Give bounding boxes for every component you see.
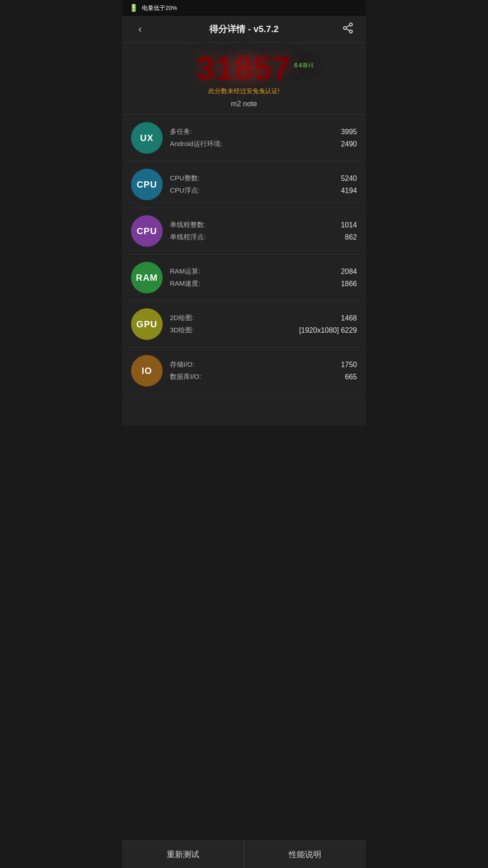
badge-ux-0: UX	[131, 122, 163, 154]
badge-cpu-2: CPU	[131, 215, 163, 247]
svg-line-3	[346, 29, 349, 31]
bench-label-5-0: 存储I/O:	[170, 360, 194, 369]
bench-details-3: RAM运算:2084RAM速度:1866	[170, 265, 357, 290]
bit-label: 64Bit	[294, 62, 314, 68]
total-score: 31857 64Bit	[197, 52, 291, 85]
page-title: 得分详情 - v5.7.2	[149, 23, 339, 35]
bench-label-2-1: 单线程浮点:	[170, 233, 206, 241]
bench-label-4-1: 3D绘图:	[170, 326, 194, 335]
bench-value-0-1: 2490	[341, 140, 357, 148]
bench-item-2-0: 单线程整数:1014	[170, 219, 357, 231]
badge-io-5: IO	[131, 355, 163, 387]
bench-item-0-0: 多任务:3995	[170, 126, 357, 138]
battery-icon: 🔋	[129, 4, 138, 12]
bench-row-5: IO存储I/O:1750数据库I/O:665	[122, 348, 366, 394]
bench-row-1: CPUCPU整数:5240CPU浮点:4194	[122, 161, 366, 208]
bench-value-3-1: 1866	[341, 280, 357, 288]
bench-value-2-0: 1014	[341, 221, 357, 229]
bench-label-0-1: Android运行环境:	[170, 140, 222, 148]
bench-label-4-0: 2D绘图:	[170, 314, 194, 322]
svg-line-4	[346, 25, 349, 27]
bench-label-5-1: 数据库I/O:	[170, 373, 201, 381]
bench-details-1: CPU整数:5240CPU浮点:4194	[170, 172, 357, 197]
bench-label-3-1: RAM速度:	[170, 279, 201, 288]
bench-row-2: CPU单线程整数:1014单线程浮点:862	[122, 208, 366, 255]
back-button[interactable]: ‹	[131, 24, 149, 35]
bench-item-0-1: Android运行环境:2490	[170, 138, 357, 150]
badge-gpu-4: GPU	[131, 308, 163, 340]
bench-value-2-1: 862	[345, 233, 357, 241]
bench-item-4-1: 3D绘图:[868x488] 6229	[170, 324, 357, 336]
bench-value-0-0: 3995	[341, 128, 357, 136]
bench-value-4-1: [868x488] 6229	[299, 326, 357, 335]
bench-label-1-0: CPU整数:	[170, 174, 200, 183]
device-name: m2 note	[122, 100, 366, 108]
bench-row-4: GPU2D绘图:14683D绘图:[868x488] 6229	[122, 301, 366, 348]
bench-details-5: 存储I/O:1750数据库I/O:665	[170, 359, 357, 383]
bench-label-0-0: 多任务:	[170, 127, 192, 136]
bench-item-5-0: 存储I/O:1750	[170, 359, 357, 371]
bench-details-0: 多任务:3995Android运行环境:2490	[170, 126, 357, 150]
bench-item-3-0: RAM运算:2084	[170, 265, 357, 278]
bench-item-1-1: CPU浮点:4194	[170, 184, 357, 197]
status-bar: 🔋 电量低于20%	[122, 0, 366, 16]
uncertified-label: 此分数未经过安兔兔认证!	[122, 87, 366, 95]
bench-label-3-0: RAM运算:	[170, 267, 201, 276]
bench-value-4-0: 1468	[341, 314, 357, 322]
bench-row-3: RAMRAM运算:2084RAM速度:1866	[122, 255, 366, 301]
bench-item-4-0: 2D绘图:1468	[170, 312, 357, 324]
bench-details-4: 2D绘图:14683D绘图:[868x488] 6229	[170, 312, 357, 336]
bench-item-5-1: 数据库I/O:665	[170, 371, 357, 383]
bench-label-2-0: 单线程整数:	[170, 221, 206, 229]
bench-label-1-1: CPU浮点:	[170, 186, 200, 195]
score-area: 31857 64Bit 此分数未经过安兔兔认证! m2 note	[122, 43, 366, 115]
bench-value-3-0: 2084	[341, 268, 357, 276]
bench-item-1-0: CPU整数:5240	[170, 172, 357, 184]
bench-value-5-1: 665	[345, 373, 357, 381]
badge-ram-3: RAM	[131, 262, 163, 293]
bench-value-1-0: 5240	[341, 175, 357, 183]
bench-details-2: 单线程整数:1014单线程浮点:862	[170, 219, 357, 243]
bench-value-1-1: 4194	[341, 187, 357, 195]
bench-item-2-1: 单线程浮点:862	[170, 231, 357, 243]
bench-value-5-0: 1750	[341, 361, 357, 369]
share-button[interactable]	[339, 22, 357, 36]
bench-row-0: UX多任务:3995Android运行环境:2490	[122, 115, 366, 161]
badge-cpu-1: CPU	[131, 169, 163, 200]
bench-item-3-1: RAM速度:1866	[170, 278, 357, 290]
benchmark-list: UX多任务:3995Android运行环境:2490CPUCPU整数:5240C…	[122, 115, 366, 426]
battery-warning-text: 电量低于20%	[142, 4, 177, 12]
header: ‹ 得分详情 - v5.7.2	[122, 16, 366, 43]
